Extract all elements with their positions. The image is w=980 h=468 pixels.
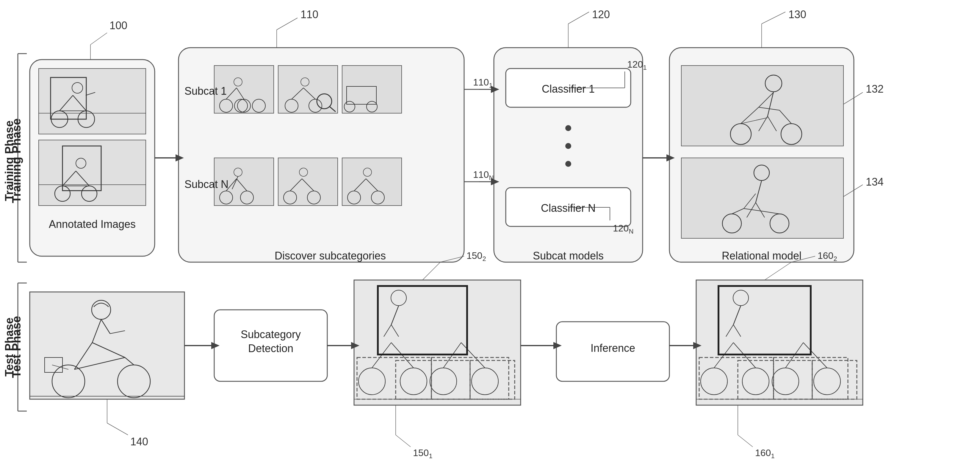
ref-150-1: 1501 xyxy=(413,447,433,460)
svg-rect-153 xyxy=(719,286,811,355)
svg-point-86 xyxy=(754,165,769,180)
training-phase-text: Training Phase xyxy=(5,59,28,262)
svg-marker-97 xyxy=(175,154,184,161)
svg-rect-17 xyxy=(39,140,146,206)
svg-line-11 xyxy=(59,95,73,111)
svg-line-42 xyxy=(329,107,336,112)
subcat1-label: Subcat 1 xyxy=(185,85,227,97)
svg-line-33 xyxy=(237,88,244,99)
svg-rect-60 xyxy=(342,158,402,206)
svg-line-177 xyxy=(762,12,786,24)
discover-subcategories-label: Discover subcategories xyxy=(208,250,452,262)
svg-line-83 xyxy=(780,110,791,124)
svg-rect-73 xyxy=(681,65,843,146)
svg-line-12 xyxy=(73,95,86,111)
ref-134: 134 xyxy=(866,176,884,188)
svg-line-141 xyxy=(733,306,741,325)
svg-line-77 xyxy=(768,116,776,131)
svg-line-81 xyxy=(741,107,759,124)
svg-line-57 xyxy=(290,179,302,191)
svg-line-80 xyxy=(759,93,773,107)
svg-rect-72 xyxy=(670,48,854,262)
svg-line-58 xyxy=(302,179,314,191)
svg-line-123 xyxy=(391,325,399,337)
svg-line-51 xyxy=(237,179,247,191)
svg-point-61 xyxy=(347,191,361,204)
svg-point-31 xyxy=(252,99,266,112)
svg-point-70 xyxy=(565,143,571,149)
svg-line-111 xyxy=(92,343,125,358)
svg-line-142 xyxy=(726,325,733,337)
svg-point-144 xyxy=(701,368,727,395)
svg-rect-18 xyxy=(62,146,101,191)
ref-110-n: 110N xyxy=(473,169,493,182)
svg-point-24 xyxy=(76,158,86,168)
svg-marker-163 xyxy=(554,342,562,349)
svg-point-69 xyxy=(565,125,571,131)
svg-line-186 xyxy=(765,262,791,280)
svg-rect-157 xyxy=(812,361,857,399)
svg-line-122 xyxy=(384,325,391,337)
ref-160-2: 1602 xyxy=(818,250,837,263)
svg-point-19 xyxy=(55,186,70,201)
svg-line-113 xyxy=(75,358,125,369)
svg-line-76 xyxy=(759,116,768,131)
svg-marker-165 xyxy=(693,342,702,349)
svg-point-120 xyxy=(391,290,406,306)
svg-point-78 xyxy=(730,124,751,144)
svg-point-56 xyxy=(307,191,320,204)
diagram-container: Training Phase Test Phase Training Phase… xyxy=(0,0,980,468)
svg-point-36 xyxy=(285,99,298,112)
svg-point-49 xyxy=(240,191,253,204)
svg-line-181 xyxy=(107,423,128,435)
svg-rect-155 xyxy=(738,361,812,399)
svg-rect-35 xyxy=(278,65,338,113)
svg-point-37 xyxy=(309,99,322,112)
svg-point-74 xyxy=(765,75,782,92)
svg-marker-161 xyxy=(351,342,360,349)
svg-point-147 xyxy=(814,368,840,395)
svg-point-91 xyxy=(770,214,789,233)
subcategory-detection-label: Subcategory Detection xyxy=(217,328,324,356)
svg-line-93 xyxy=(732,209,744,214)
classifier1-label: Classifier 1 xyxy=(510,83,626,95)
svg-line-148 xyxy=(714,343,733,368)
svg-rect-134 xyxy=(357,358,431,399)
ref-120-n: 120N xyxy=(613,223,633,235)
svg-point-79 xyxy=(781,124,802,144)
svg-point-59 xyxy=(299,168,308,176)
svg-point-34 xyxy=(234,78,242,86)
svg-line-112 xyxy=(125,358,134,365)
svg-rect-85 xyxy=(681,158,843,238)
svg-line-129 xyxy=(391,343,414,368)
svg-rect-136 xyxy=(431,358,509,399)
svg-point-145 xyxy=(742,368,769,395)
svg-line-22 xyxy=(76,171,89,186)
svg-line-171 xyxy=(91,33,107,45)
svg-point-125 xyxy=(400,368,427,395)
svg-rect-115 xyxy=(45,358,62,372)
svg-line-82 xyxy=(759,107,780,110)
svg-line-116 xyxy=(52,365,68,369)
svg-line-39 xyxy=(304,88,315,99)
svg-point-109 xyxy=(118,365,150,398)
svg-line-15 xyxy=(86,93,95,95)
svg-point-126 xyxy=(430,368,457,395)
svg-line-21 xyxy=(62,171,76,186)
svg-line-175 xyxy=(568,12,589,24)
svg-rect-54 xyxy=(278,158,338,206)
svg-point-71 xyxy=(565,161,571,167)
ref-132: 132 xyxy=(866,83,884,95)
svg-point-48 xyxy=(220,191,233,204)
ref-150-2: 1502 xyxy=(466,250,486,263)
svg-rect-104 xyxy=(30,292,185,399)
svg-line-143 xyxy=(733,325,741,337)
svg-line-121 xyxy=(391,306,399,325)
svg-line-114 xyxy=(110,331,125,334)
ref-120: 120 xyxy=(592,8,610,21)
svg-point-41 xyxy=(317,94,332,109)
test-phase-text: Test Phase xyxy=(5,283,28,411)
svg-point-14 xyxy=(72,83,83,93)
svg-line-88 xyxy=(747,203,756,217)
svg-line-179 xyxy=(843,185,863,196)
